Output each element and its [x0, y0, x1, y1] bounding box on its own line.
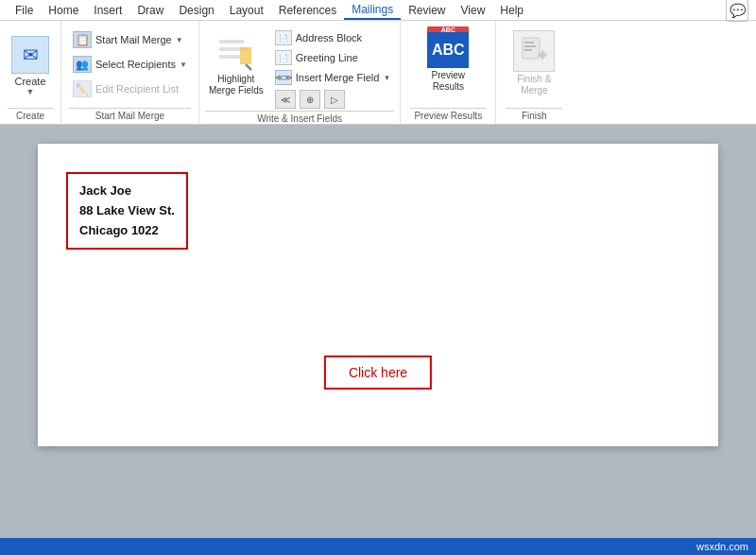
click-here-button[interactable]: Click here [324, 356, 432, 390]
preview-results-label: Preview Results [432, 70, 466, 93]
select-recipients-button[interactable]: 👥 Select Recipients ▼ [69, 53, 191, 76]
svg-rect-0 [219, 40, 244, 43]
menu-review[interactable]: Review [401, 2, 453, 19]
finish-merge-label: Finish & Merge [517, 74, 551, 96]
write-insert-group: Highlight Merge Fields 📄 Address Block 📄… [199, 21, 401, 124]
start-merge-group-label: Start Mail Merge [69, 108, 191, 124]
menu-bar: File Home Insert Draw Design Layout Refe… [0, 0, 756, 21]
menu-help[interactable]: Help [492, 2, 531, 19]
insert-merge-arrow: ▼ [383, 74, 390, 82]
address-block-icon: 📄 [275, 30, 292, 45]
create-group-label: Create [8, 108, 53, 124]
menu-insert[interactable]: Insert [86, 2, 129, 19]
merge-field-icon-1[interactable]: ≪ [275, 90, 296, 109]
edit-recipient-list-button[interactable]: ✏️ Edit Recipient List [69, 78, 191, 100]
menu-home[interactable]: Home [41, 2, 86, 19]
select-recipients-label: Select Recipients [95, 59, 176, 70]
insert-merge-field-button[interactable]: ≪≫ Insert Merge Field ▼ [271, 68, 395, 87]
document-area: Jack Joe 88 Lake View St. Chicago 1022 C… [0, 125, 756, 538]
menu-view[interactable]: View [454, 2, 493, 19]
write-insert-group-label: Write & Insert Fields [205, 111, 394, 127]
finish-group: Finish & Merge Finish [496, 21, 572, 124]
edit-recipient-icon: ✏️ [73, 80, 92, 97]
start-mail-merge-arrow: ▼ [176, 36, 183, 44]
start-mail-merge-label: Start Mail Merge [95, 34, 172, 45]
address-line-1: Jack Joe [79, 182, 175, 201]
svg-line-4 [246, 64, 251, 70]
address-block-box: Jack Joe 88 Lake View St. Chicago 1022 [66, 172, 188, 250]
svg-rect-6 [524, 42, 534, 43]
menu-references[interactable]: References [271, 2, 344, 19]
chat-icon[interactable]: 💬 [726, 0, 748, 22]
merge-field-icon-3[interactable]: ▷ [324, 90, 345, 109]
svg-rect-7 [524, 45, 536, 47]
menu-mailings[interactable]: Mailings [344, 1, 401, 20]
finish-merge-button[interactable]: Finish & Merge [509, 26, 558, 100]
create-group: ✉ Create ▼ Create [0, 21, 61, 124]
create-arrow: ▼ [26, 87, 35, 96]
svg-rect-2 [219, 55, 240, 59]
select-recipients-arrow: ▼ [180, 61, 187, 69]
address-block-label: Address Block [296, 32, 362, 43]
preview-results-button[interactable]: ABC ABC Preview Results [410, 26, 486, 93]
ribbon: ✉ Create ▼ Create 📋 Start Mail Merge ▼ 👥… [0, 21, 756, 125]
create-button[interactable]: ✉ Create ▼ [8, 32, 53, 100]
start-mail-merge-button[interactable]: 📋 Start Mail Merge ▼ [69, 28, 191, 51]
insert-merge-field-label: Insert Merge Field [296, 72, 380, 83]
finish-merge-icon [513, 30, 555, 72]
status-bar: wsxdn.com [0, 538, 756, 555]
address-line-2: 88 Lake View St. [79, 201, 175, 221]
edit-recipient-label: Edit Recipient List [95, 83, 179, 95]
highlight-label: Highlight Merge Fields [209, 74, 264, 96]
preview-group-label: Preview Results [410, 108, 486, 124]
svg-rect-5 [523, 38, 540, 59]
svg-rect-10 [538, 53, 545, 57]
insert-fields-column: 📄 Address Block 📄 Greeting Line ≪≫ Inser… [271, 28, 395, 111]
start-mail-merge-group: 📋 Start Mail Merge ▼ 👥 Select Recipients… [61, 21, 199, 124]
address-line-3: Chicago 1022 [79, 221, 175, 241]
svg-rect-8 [524, 49, 532, 51]
select-recipients-icon: 👥 [73, 56, 92, 73]
greeting-line-label: Greeting Line [296, 52, 358, 63]
website-label: wsxdn.com [696, 541, 748, 552]
preview-results-group: ABC ABC Preview Results Preview Results [401, 21, 496, 124]
greeting-line-icon: 📄 [275, 50, 292, 65]
abc-text: ABC [432, 42, 465, 59]
menu-draw[interactable]: Draw [129, 2, 171, 19]
finish-group-label: Finish [506, 108, 562, 124]
greeting-line-button[interactable]: 📄 Greeting Line [271, 48, 395, 67]
create-label: Create [14, 76, 45, 87]
start-mail-merge-icon: 📋 [73, 31, 92, 48]
document-page: Jack Joe 88 Lake View St. Chicago 1022 C… [38, 144, 718, 446]
highlight-merge-fields-button[interactable]: Highlight Merge Fields [205, 28, 267, 100]
menu-layout[interactable]: Layout [222, 2, 271, 19]
click-here-label: Click here [349, 365, 407, 380]
preview-abc-icon: ABC ABC [427, 26, 469, 68]
address-block-button[interactable]: 📄 Address Block [271, 28, 395, 47]
menu-design[interactable]: Design [171, 2, 221, 19]
merge-field-icon-2[interactable]: ⊕ [300, 90, 320, 109]
insert-merge-icon: ≪≫ [275, 70, 292, 85]
create-icon: ✉ [11, 36, 49, 74]
svg-rect-3 [240, 47, 251, 64]
menu-file[interactable]: File [8, 2, 41, 19]
highlight-icon [215, 32, 257, 74]
